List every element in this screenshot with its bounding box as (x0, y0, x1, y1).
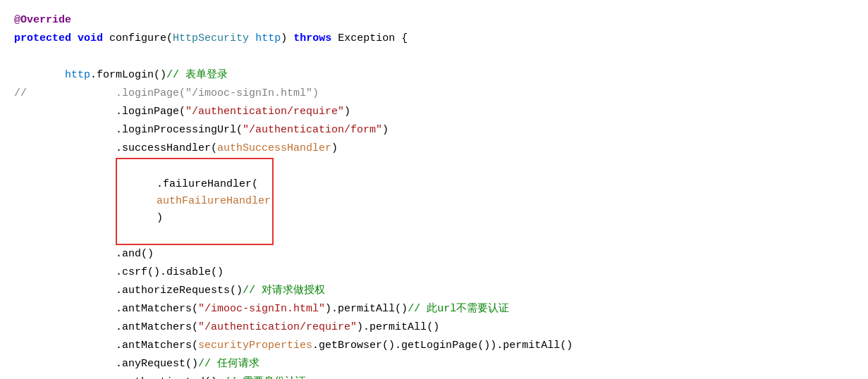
close-paren-6: ) (344, 104, 350, 120)
code-line-17: .authenticated(); // 需要身份认证 (14, 373, 854, 379)
close-paren-8: ) (331, 140, 338, 157)
close-paren-7: ) (382, 122, 389, 139)
dot-failurehandler: .failureHandler( (157, 178, 258, 190)
string-auth-form: "/authentication/form" (243, 122, 382, 139)
dot-successhandler: .successHandler( (116, 140, 217, 157)
indent-10 (14, 246, 116, 263)
auth-failure-handler: authFailureHandler (157, 195, 271, 207)
indent-17 (14, 374, 116, 379)
code-block: @Override protected void configure( Http… (0, 0, 868, 379)
dot-loginpage: .loginPage( (116, 104, 185, 120)
code-line-14: .antMatchers( "/authentication/require" … (14, 318, 854, 337)
code-line-16: .anyRequest() // 任何请求 (14, 355, 854, 373)
code-line-1: @Override (14, 11, 854, 30)
dot-anyrequest: .anyRequest() (116, 356, 198, 373)
indent-11 (14, 264, 116, 281)
indent-6 (14, 104, 116, 120)
method-name: configure( (103, 30, 173, 47)
comment-anyrequest: // 任何请求 (198, 356, 259, 373)
auth-success-handler: authSuccessHandler (217, 140, 331, 157)
code-line-9: .failureHandler( authFailureHandler ) (14, 158, 854, 245)
comment-permitall-1: // 此url不需要认证 (408, 301, 509, 318)
dot-and: .and() (116, 246, 154, 263)
indent-9 (14, 193, 116, 210)
dot-permitall-1: ).permitAll() (325, 301, 408, 318)
get-browser-chain: .getBrowser().getLoginPage()).permitAll(… (312, 337, 573, 354)
close-paren-9: ) (157, 212, 163, 224)
indent-7 (14, 122, 116, 139)
dot-csrf: .csrf().disable() (116, 264, 224, 281)
indent-13 (14, 301, 116, 318)
dot-authorize: .authorizeRequests() (116, 282, 243, 299)
dot-antmatchers-3: .antMatchers( (116, 337, 198, 354)
indent-14 (14, 319, 116, 336)
dot-authenticated: .authenticated(); (116, 374, 224, 379)
var-http: http (65, 67, 90, 84)
dot-permitall-2: ).permitAll() (357, 319, 439, 336)
code-line-2: protected void configure( HttpSecurity h… (14, 30, 854, 48)
keyword-void: void (78, 30, 103, 47)
indent (14, 67, 65, 84)
string-auth-require: "/authentication/require" (185, 104, 344, 120)
dot-antmatchers-1: .antMatchers( (116, 301, 198, 318)
code-line-6: .loginPage( "/authentication/require" ) (14, 103, 854, 121)
keyword-throws: throws (293, 30, 331, 47)
comment-authenticated: // 需要身份认证 (224, 374, 306, 379)
space (71, 30, 78, 47)
type-httpsecurity: HttpSecurity (173, 30, 249, 47)
code-line-12: .authorizeRequests() // 对请求做授权 (14, 282, 854, 300)
dot-antmatchers-2: .antMatchers( (116, 319, 198, 336)
security-properties-call: securityProperties (198, 337, 312, 354)
code-line-3 (14, 48, 854, 66)
code-line-8: .successHandler( authSuccessHandler ) (14, 139, 854, 158)
code-line-10: .and() (14, 245, 854, 263)
dot-formlogin: .formLogin() (90, 67, 166, 84)
code-line-7: .loginProcessingUrl( "/authentication/fo… (14, 121, 854, 139)
code-line-13: .antMatchers( "/imooc-signIn.html" ).per… (14, 300, 854, 318)
comment-formlogin: // 表单登录 (166, 67, 228, 84)
indent-8 (14, 140, 116, 157)
dot-loginprocessingurl: .loginProcessingUrl( (116, 122, 243, 139)
string-auth-require-2: "/authentication/require" (198, 319, 357, 336)
param-http-name: http (255, 30, 281, 47)
highlighted-failure-handler: .failureHandler( authFailureHandler ) (116, 158, 274, 245)
code-line-4: http .formLogin() // 表单登录 (14, 66, 854, 85)
throws-keyword: ) (281, 30, 293, 47)
annotation: @Override (14, 12, 71, 29)
comment-authorize: // 对请求做授权 (243, 282, 325, 299)
code-line-11: .csrf().disable() (14, 263, 854, 282)
code-line-15: .antMatchers( securityProperties .getBro… (14, 337, 854, 355)
exception-type: Exception { (331, 30, 408, 47)
code-line-5: // .loginPage("/imooc-signIn.html") (14, 85, 854, 103)
commented-line: // .loginPage("/imooc-signIn.html") (14, 85, 319, 102)
keyword-protected: protected (14, 30, 71, 47)
indent-15 (14, 337, 116, 354)
indent-12 (14, 282, 116, 299)
indent-16 (14, 356, 116, 373)
string-imooc-signin: "/imooc-signIn.html" (198, 301, 325, 318)
param-http (249, 30, 255, 47)
